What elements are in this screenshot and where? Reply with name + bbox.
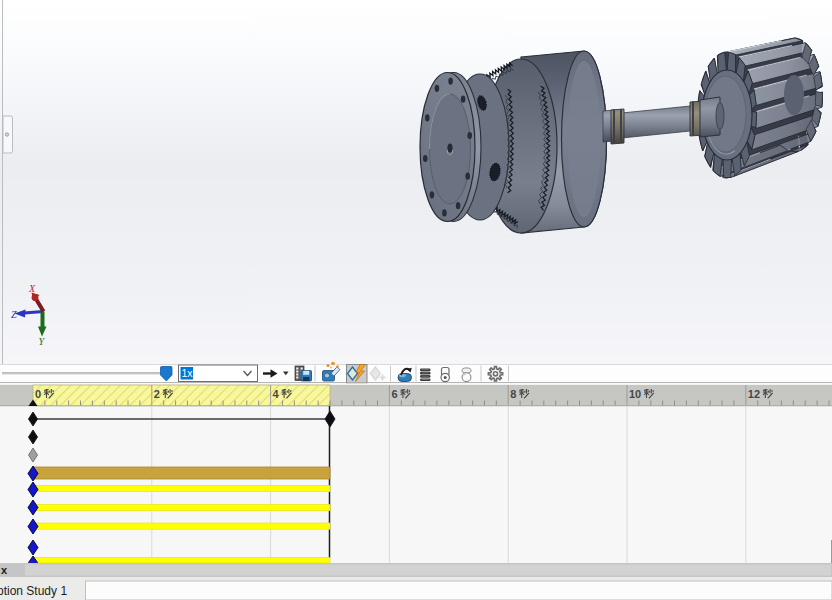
svg-text:Z: Z (11, 309, 17, 320)
svg-text:0: 0 (35, 388, 41, 400)
svg-text:12: 12 (748, 388, 760, 400)
svg-text:8: 8 (510, 388, 516, 400)
svg-text:x: x (1, 564, 8, 576)
svg-text:6: 6 (391, 388, 397, 400)
svg-text:2: 2 (154, 388, 160, 400)
svg-text:X: X (28, 283, 36, 294)
svg-text:otion Study 1: otion Study 1 (0, 584, 67, 598)
svg-text:1x: 1x (182, 367, 194, 379)
svg-text:10: 10 (629, 388, 641, 400)
svg-text:4: 4 (273, 388, 280, 400)
